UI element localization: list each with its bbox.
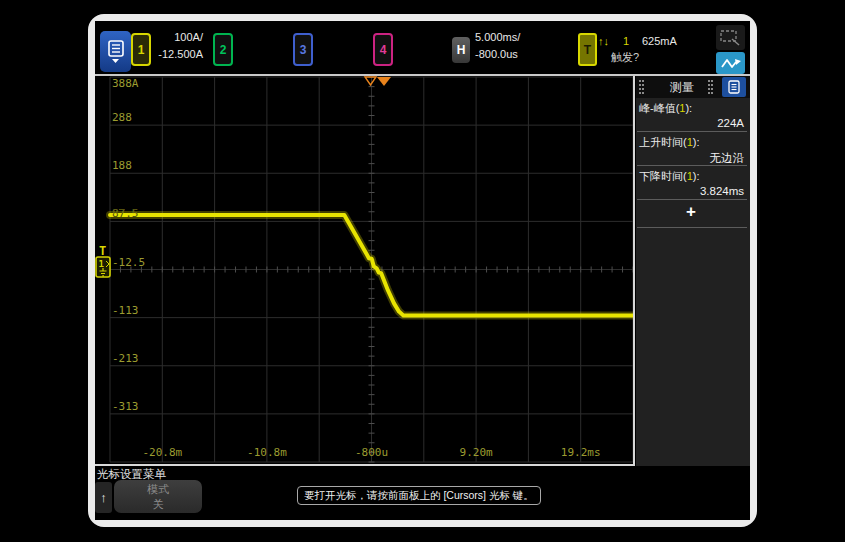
trigger-source: 1 [623, 34, 629, 49]
channel-1-ground-marker[interactable]: 1 [95, 256, 112, 279]
measurement-label: 下降时间(1): [639, 169, 747, 184]
x-axis-tick-label: -800u [355, 446, 388, 459]
zoom-region-icon [720, 30, 741, 46]
channel-3-button[interactable]: 3 [293, 33, 313, 66]
y-axis-tick-label-on-trace: 87.5 [112, 207, 139, 220]
sidebar-title: 测量 [636, 79, 728, 96]
y-axis-tick-label: 388A [112, 77, 139, 90]
y-axis-tick-label: -12.5 [112, 256, 145, 269]
x-axis-tick-label: -20.8m [142, 446, 182, 459]
top-toolbar: 1 100A/ -12.500A 2 3 4 H 5.000ms/ -800.0… [95, 21, 750, 74]
channel-1-scale: 100A/ [151, 30, 203, 45]
trigger-level: 625mA [642, 34, 677, 49]
mode-softkey-label: 模式 [114, 482, 202, 497]
channel-1-offset: -12.500A [151, 47, 203, 62]
trigger-position-marker[interactable] [377, 77, 391, 86]
measurement-value: 3.824ms [640, 185, 744, 197]
menu-back-button[interactable]: ↑ [95, 482, 112, 513]
graticule-and-trace: 388A28818887.5-12.5-113-213-313-20.8m-10… [95, 76, 635, 466]
channel-1-button[interactable]: 1 [131, 33, 151, 66]
timebase-delay: -800.0us [475, 47, 518, 62]
mode-softkey-value: 关 [114, 497, 202, 512]
divider [637, 227, 747, 228]
screen-center-marker [365, 77, 376, 85]
x-axis-tick-label: 9.20m [460, 446, 493, 459]
divider [637, 165, 747, 166]
y-axis-tick-label: -213 [112, 352, 139, 365]
trigger-status: 触发? [611, 50, 639, 65]
sidebar-header: 测量 [636, 76, 750, 98]
waveform-tool-button[interactable] [716, 52, 745, 74]
divider [637, 131, 747, 132]
channel-2-button[interactable]: 2 [213, 33, 233, 66]
mode-softkey-button[interactable]: 模式 关 [114, 480, 202, 513]
add-measurement-button[interactable]: + [636, 202, 746, 222]
trigger-button[interactable]: T [578, 33, 597, 66]
timebase-scale: 5.000ms/ [475, 30, 520, 45]
measurement-label: 峰-峰值(1): [639, 101, 747, 116]
measurement-sidebar: 测量 峰-峰值(1): 224A 上升时间(1): 无边沿 下降时间(1): [636, 76, 750, 466]
y-axis-tick-label: -113 [112, 304, 139, 317]
sidebar-menu-button[interactable] [722, 77, 746, 97]
measurement-value: 无边沿 [640, 151, 744, 166]
softkey-menu-bar: 光标设置菜单 ↑ 模式 关 要打开光标，请按前面板上的 [Cursors] 光标… [95, 466, 750, 520]
main-menu-button[interactable] [100, 31, 131, 72]
trigger-slope-arrows-icon: ↑↓ [598, 34, 609, 49]
channel-4-button[interactable]: 4 [373, 33, 393, 66]
oscilloscope-screenshot: 1 100A/ -12.500A 2 3 4 H 5.000ms/ -800.0… [0, 0, 845, 542]
zoom-region-button[interactable] [716, 25, 745, 50]
panel-menu-icon [727, 80, 741, 94]
measurement-label: 上升时间(1): [639, 135, 747, 150]
cursor-hint-message: 要打开光标，请按前面板上的 [Cursors] 光标 键。 [297, 486, 541, 505]
plot-right-border [633, 76, 635, 466]
x-axis-tick-label: 19.2ms [561, 446, 601, 459]
measurement-value: 224A [640, 117, 744, 129]
divider [637, 199, 747, 200]
horizontal-button[interactable]: H [452, 37, 470, 63]
y-axis-tick-label: -313 [112, 400, 139, 413]
menu-list-icon [106, 39, 126, 64]
waveform-arrow-icon [720, 56, 742, 70]
y-axis-tick-label: 188 [112, 159, 132, 172]
waveform-display: 388A28818887.5-12.5-113-213-313-20.8m-10… [95, 76, 635, 466]
drag-grip-right[interactable] [708, 80, 713, 94]
x-axis-tick-label: -10.8m [247, 446, 287, 459]
y-axis-tick-label: 288 [112, 111, 132, 124]
channel-marker-number: 1 [99, 259, 104, 269]
